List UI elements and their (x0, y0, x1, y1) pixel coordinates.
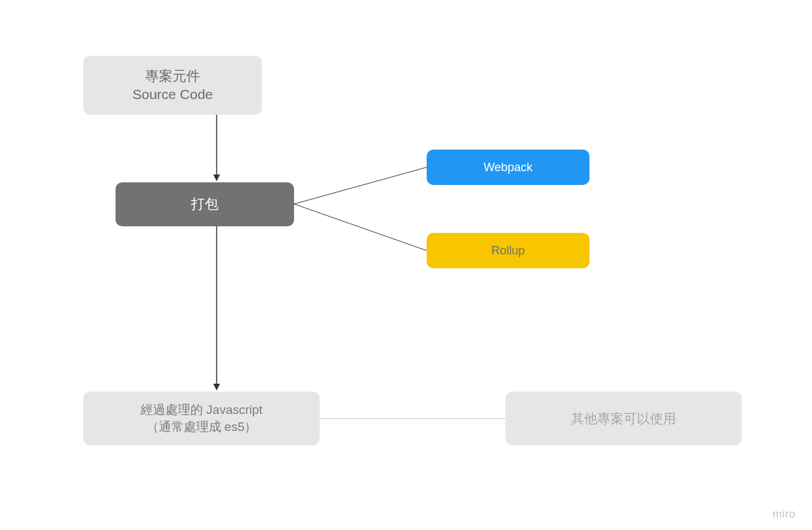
node-source-line1: 專案元件 (145, 67, 200, 85)
node-output-line1: 經過處理的 Javascript (140, 401, 263, 418)
node-rollup: Rollup (427, 233, 589, 268)
line-bundle-to-rollup (294, 204, 427, 251)
node-usable-by-others: 其他專案可以使用 (505, 392, 742, 445)
node-output-js: 經過處理的 Javascript （通常處理成 es5） (83, 392, 320, 445)
node-bundle: 打包 (116, 182, 294, 226)
node-webpack-label: Webpack (484, 159, 533, 175)
miro-watermark: miro (773, 508, 796, 521)
diagram-canvas: 專案元件 Source Code 打包 Webpack Rollup 經過處理的… (0, 0, 812, 530)
node-webpack: Webpack (427, 150, 589, 185)
line-bundle-to-webpack (294, 167, 427, 204)
node-source-code: 專案元件 Source Code (83, 56, 262, 115)
node-usable-label: 其他專案可以使用 (571, 410, 676, 428)
node-bundle-label: 打包 (191, 195, 219, 213)
node-output-line2: （通常處理成 es5） (146, 418, 257, 436)
node-rollup-label: Rollup (491, 243, 524, 258)
node-source-line2: Source Code (133, 85, 213, 104)
